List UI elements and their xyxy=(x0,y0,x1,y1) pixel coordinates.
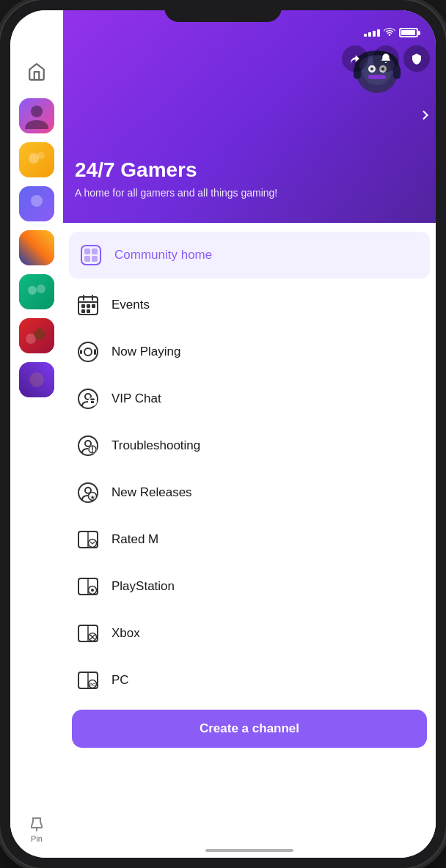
wifi-icon xyxy=(384,27,395,38)
svg-rect-7 xyxy=(19,230,54,265)
home-indicator xyxy=(205,849,293,852)
svg-rect-37 xyxy=(81,304,85,308)
status-time: 2:09 xyxy=(28,26,50,38)
channel-events[interactable]: Events xyxy=(63,282,436,328)
share-button[interactable] xyxy=(342,45,368,72)
svg-rect-45 xyxy=(94,349,96,355)
create-channel-label: Create a channel xyxy=(200,721,299,735)
sidebar-avatar-1[interactable] xyxy=(19,98,54,133)
phone-device: 2:09 xyxy=(0,0,446,868)
shield-button[interactable] xyxy=(403,45,430,72)
channel-list: Community home xyxy=(63,223,436,858)
notch xyxy=(164,0,282,22)
channel-now-playing[interactable]: Now Playing xyxy=(63,328,436,375)
svg-rect-53 xyxy=(90,399,95,400)
svg-point-43 xyxy=(84,348,92,356)
troubleshooting-label: Troubleshooting xyxy=(112,438,200,453)
playstation-icon xyxy=(75,573,101,600)
svg-rect-29 xyxy=(92,249,98,254)
sidebar-avatar-2[interactable] xyxy=(19,142,54,177)
svg-rect-23 xyxy=(368,75,386,79)
community-home-icon xyxy=(78,242,104,268)
channel-playstation[interactable]: PlayStation xyxy=(63,563,436,610)
channel-pc[interactable]: PC PC xyxy=(63,657,436,704)
xbox-label: Xbox xyxy=(112,626,140,641)
svg-rect-28 xyxy=(84,249,90,254)
svg-point-6 xyxy=(31,195,43,207)
main-content: 24/7 Gamers A home for all gamers and al… xyxy=(63,10,436,858)
now-playing-label: Now Playing xyxy=(112,345,181,359)
pc-icon: PC xyxy=(75,667,101,694)
sidebar-pin[interactable]: Pin xyxy=(28,815,45,843)
svg-point-15 xyxy=(29,372,44,387)
svg-point-59 xyxy=(92,451,93,452)
svg-rect-44 xyxy=(80,350,82,354)
svg-rect-30 xyxy=(84,256,90,262)
sidebar-avatar-6[interactable] xyxy=(19,318,54,353)
rated-m-label: Rated M xyxy=(112,532,158,547)
channel-community-home[interactable]: Community home xyxy=(69,232,430,279)
new-releases-label: New Releases xyxy=(112,485,192,500)
sidebar-avatar-3[interactable] xyxy=(19,186,54,221)
svg-rect-50 xyxy=(91,401,94,403)
svg-point-3 xyxy=(29,153,39,163)
svg-point-9 xyxy=(28,286,37,295)
svg-rect-31 xyxy=(92,256,98,262)
pc-label: PC xyxy=(112,673,129,688)
community-name: 24/7 Gamers xyxy=(75,158,424,182)
sidebar: Pin xyxy=(10,10,63,858)
svg-point-70 xyxy=(91,589,94,592)
vip-chat-label: VIP Chat xyxy=(112,391,161,406)
channel-troubleshooting[interactable]: Troubleshooting xyxy=(63,422,436,469)
channel-new-releases[interactable]: ★ New Releases xyxy=(63,469,436,516)
channel-xbox[interactable]: Xbox xyxy=(63,610,436,657)
banner-title-area: 24/7 Gamers A home for all gamers and al… xyxy=(75,158,424,201)
create-channel-button[interactable]: Create a channel xyxy=(72,710,427,748)
svg-rect-8 xyxy=(19,274,54,309)
channel-rated-m[interactable]: Rated M xyxy=(63,516,436,563)
channel-vip-chat[interactable]: VIP Chat xyxy=(63,375,436,422)
svg-point-13 xyxy=(34,328,45,340)
signal-icon xyxy=(364,29,380,37)
back-button[interactable] xyxy=(418,108,433,125)
svg-rect-39 xyxy=(92,304,95,308)
now-playing-icon xyxy=(75,339,101,365)
battery-icon xyxy=(399,28,418,37)
community-description: A home for all gamers and all things gam… xyxy=(75,186,424,201)
sidebar-avatar-7[interactable] xyxy=(19,362,54,397)
vip-chat-icon xyxy=(75,386,101,412)
svg-text:★: ★ xyxy=(90,495,95,500)
sidebar-avatar-4[interactable] xyxy=(19,230,54,265)
events-icon xyxy=(75,292,101,318)
svg-text:PC: PC xyxy=(89,683,96,687)
svg-rect-40 xyxy=(81,309,85,313)
troubleshooting-icon xyxy=(75,433,101,459)
sidebar-avatar-5[interactable] xyxy=(19,274,54,309)
status-icons xyxy=(364,27,418,38)
app-layout: Pin xyxy=(10,10,436,858)
new-releases-icon: ★ xyxy=(75,479,101,506)
xbox-icon xyxy=(75,620,101,647)
svg-point-10 xyxy=(37,284,45,293)
pin-label: Pin xyxy=(31,834,43,843)
svg-point-1 xyxy=(31,106,43,117)
playstation-label: PlayStation xyxy=(112,579,175,594)
community-home-label: Community home xyxy=(114,248,212,262)
svg-point-66 xyxy=(89,540,97,548)
svg-rect-38 xyxy=(87,304,90,308)
svg-point-55 xyxy=(85,441,91,446)
svg-point-4 xyxy=(37,152,45,159)
phone-screen: 2:09 xyxy=(10,10,436,858)
rated-m-icon xyxy=(75,526,101,553)
svg-rect-41 xyxy=(87,309,90,313)
notifications-button[interactable] xyxy=(373,45,399,72)
banner-action-buttons xyxy=(342,45,430,72)
sidebar-home-button[interactable] xyxy=(19,54,54,89)
events-label: Events xyxy=(112,298,150,312)
